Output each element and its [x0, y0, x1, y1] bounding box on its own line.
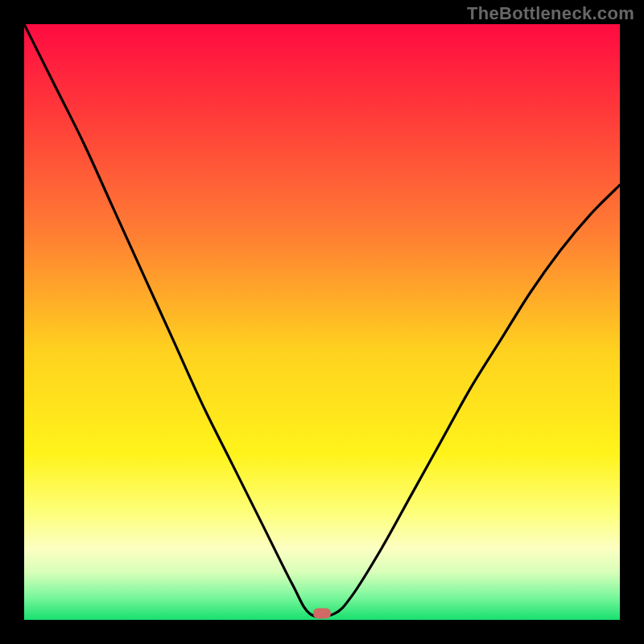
- bottleneck-chart: [0, 0, 644, 644]
- min-marker: [313, 609, 331, 619]
- gradient-background: [24, 24, 620, 620]
- plot-area: [24, 24, 620, 620]
- chart-frame: TheBottleneck.com: [0, 0, 644, 644]
- watermark-text: TheBottleneck.com: [467, 3, 634, 24]
